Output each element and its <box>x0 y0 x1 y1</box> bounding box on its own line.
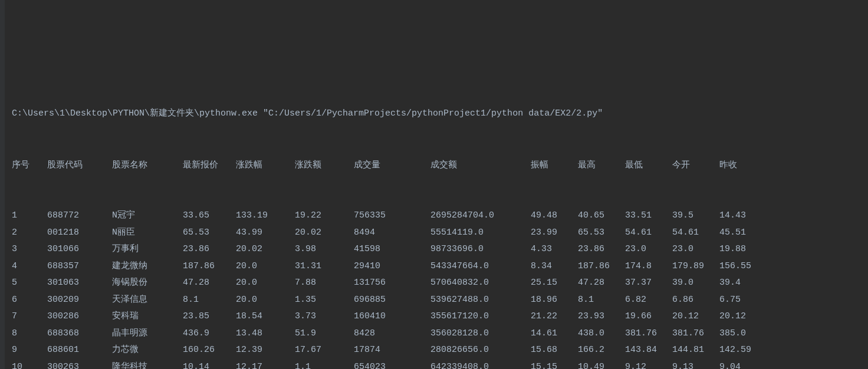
cell-code: 301066 <box>47 241 112 258</box>
cell-name: 力芯微 <box>112 342 183 359</box>
cell-price: 10.14 <box>183 359 236 370</box>
cell-price: 23.86 <box>183 241 236 258</box>
cell-prev-close: 9.04 <box>719 359 767 370</box>
cell-high: 438.0 <box>578 325 625 342</box>
cell-amplitude: 14.61 <box>531 325 578 342</box>
cell-low: 381.76 <box>625 325 672 342</box>
table-row: 10300263隆华科技10.1412.171.1654023642339408… <box>12 359 868 370</box>
cell-volume: 654023 <box>354 359 430 370</box>
cell-idx: 1 <box>12 207 47 225</box>
cell-idx: 9 <box>12 342 47 359</box>
cell-high: 187.86 <box>578 258 625 275</box>
cell-volume: 131756 <box>354 275 430 292</box>
cell-amount: 642339408.0 <box>430 359 531 370</box>
table-row: 8688368晶丰明源436.913.4851.98428356028128.0… <box>12 325 868 342</box>
cell-open: 39.0 <box>672 275 719 292</box>
cell-volume: 756335 <box>354 207 430 225</box>
cell-prev-close: 385.0 <box>719 325 767 342</box>
table-row: 3301066万事利23.8620.023.984159898733696.04… <box>12 241 868 258</box>
cell-low: 37.37 <box>625 275 672 292</box>
table-row: 5301063海锅股份47.2820.07.88131756570640832.… <box>12 275 868 292</box>
table-row: 6300209天泽信息8.120.01.35696885539627488.01… <box>12 292 868 309</box>
cell-change-amount: 1.1 <box>295 359 354 370</box>
cell-amount: 280826656.0 <box>430 342 531 359</box>
cell-idx: 4 <box>12 258 47 275</box>
cell-amplitude: 25.15 <box>531 275 578 292</box>
cell-high: 166.2 <box>578 342 625 359</box>
cell-volume: 8494 <box>354 225 430 242</box>
cell-change-amount: 31.31 <box>295 258 354 275</box>
cell-amplitude: 23.99 <box>531 225 578 242</box>
cell-volume: 696885 <box>354 292 430 309</box>
header-change-amount: 涨跌额 <box>295 157 354 174</box>
cell-low: 174.8 <box>625 258 672 275</box>
cell-price: 8.1 <box>183 292 236 309</box>
cell-change-percent: 20.0 <box>236 258 295 275</box>
cell-amount: 543347664.0 <box>430 258 531 275</box>
cell-price: 160.26 <box>183 342 236 359</box>
cell-volume: 41598 <box>354 241 430 258</box>
cell-code: 001218 <box>47 225 112 242</box>
cell-change-percent: 12.17 <box>236 359 295 370</box>
table-row: 7300286安科瑞23.8518.543.73160410355617120.… <box>12 308 868 325</box>
cell-high: 40.65 <box>578 207 625 225</box>
cell-idx: 5 <box>12 275 47 292</box>
table-row: 2001218N丽臣65.5343.9920.02849455514119.02… <box>12 225 868 242</box>
cell-prev-close: 156.55 <box>719 258 767 275</box>
cell-open: 54.61 <box>672 225 719 242</box>
cell-amount: 570640832.0 <box>430 275 531 292</box>
cell-name: 建龙微纳 <box>112 258 183 275</box>
table-row: 1688772N冠宇33.65133.1919.2275633526952847… <box>12 207 868 225</box>
cell-change-percent: 20.02 <box>236 241 295 258</box>
cell-price: 436.9 <box>183 325 236 342</box>
cell-price: 47.28 <box>183 275 236 292</box>
cell-change-percent: 12.39 <box>236 342 295 359</box>
cell-amplitude: 21.22 <box>531 308 578 325</box>
cell-amplitude: 15.15 <box>531 359 578 370</box>
cell-amount: 98733696.0 <box>430 241 531 258</box>
cell-open: 23.0 <box>672 241 719 258</box>
cell-change-amount: 20.02 <box>295 225 354 242</box>
cell-change-amount: 51.9 <box>295 325 354 342</box>
cell-code: 300263 <box>47 359 112 370</box>
cell-idx: 10 <box>12 359 47 370</box>
header-amount: 成交额 <box>430 157 531 174</box>
cell-name: 海锅股份 <box>112 275 183 292</box>
header-prev-close: 昨收 <box>719 157 767 174</box>
cell-low: 23.0 <box>625 241 672 258</box>
cell-open: 179.89 <box>672 258 719 275</box>
command-line: C:\Users\1\Desktop\PYTHON\新建文件夹\pythonw.… <box>12 106 868 123</box>
header-open: 今开 <box>672 157 719 174</box>
header-price: 最新报价 <box>183 157 236 174</box>
cell-name: 安科瑞 <box>112 308 183 325</box>
cell-volume: 29410 <box>354 258 430 275</box>
cell-change-amount: 19.22 <box>295 207 354 225</box>
cell-idx: 7 <box>12 308 47 325</box>
cell-name: 万事利 <box>112 241 183 258</box>
table-row: 9688601力芯微160.2612.3917.6717874280826656… <box>12 342 868 359</box>
table-body: 1688772N冠宇33.65133.1919.2275633526952847… <box>12 207 868 369</box>
cell-open: 381.76 <box>672 325 719 342</box>
cell-low: 19.66 <box>625 308 672 325</box>
gutter <box>0 0 5 369</box>
cell-low: 143.84 <box>625 342 672 359</box>
cell-code: 301063 <box>47 275 112 292</box>
header-high: 最高 <box>578 157 625 174</box>
cell-high: 65.53 <box>578 225 625 242</box>
cell-amount: 355617120.0 <box>430 308 531 325</box>
cell-low: 9.12 <box>625 359 672 370</box>
cell-amount: 55514119.0 <box>430 225 531 242</box>
cell-prev-close: 20.12 <box>719 308 767 325</box>
cell-high: 47.28 <box>578 275 625 292</box>
cell-name: 天泽信息 <box>112 292 183 309</box>
header-change-percent: 涨跌幅 <box>236 157 295 174</box>
cell-low: 54.61 <box>625 225 672 242</box>
table-row: 4688357建龙微纳187.8620.031.3129410543347664… <box>12 258 868 275</box>
cell-code: 688368 <box>47 325 112 342</box>
cell-change-amount: 7.88 <box>295 275 354 292</box>
cell-prev-close: 19.88 <box>719 241 767 258</box>
cell-change-percent: 18.54 <box>236 308 295 325</box>
cell-change-percent: 20.0 <box>236 275 295 292</box>
cell-high: 10.49 <box>578 359 625 370</box>
cell-open: 20.12 <box>672 308 719 325</box>
